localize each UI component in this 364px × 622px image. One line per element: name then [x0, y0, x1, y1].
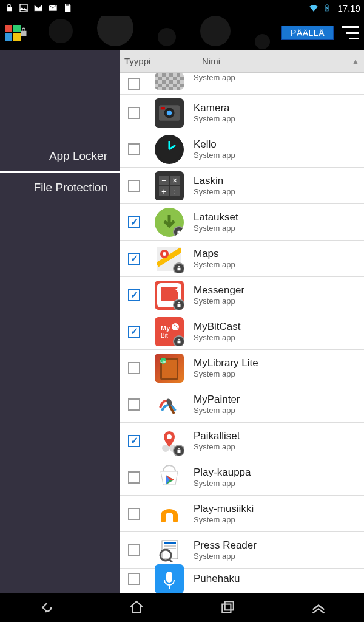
checkbox[interactable]	[128, 362, 140, 374]
wifi-icon	[308, 2, 319, 13]
sort-asc-icon: ▲	[352, 57, 359, 66]
app-logo[interactable]	[5, 21, 29, 45]
app-list[interactable]: System appKameraSystem appKelloSystem ap…	[120, 73, 364, 593]
toggle-on-button[interactable]: PÄÄLLÄ	[281, 26, 334, 40]
menu-icon[interactable]	[342, 26, 359, 39]
app-subtitle: System app	[194, 73, 235, 82]
app-icon: Lite	[155, 354, 184, 383]
app-row[interactable]: −×+÷LaskinSystem app	[120, 168, 364, 204]
checkbox[interactable]	[128, 326, 140, 338]
checkbox[interactable]	[128, 78, 140, 90]
svg-text:+: +	[175, 285, 180, 294]
svg-point-9	[167, 110, 172, 115]
app-icon	[155, 390, 184, 419]
app-icon	[155, 536, 184, 565]
app-subtitle: System app	[194, 224, 238, 233]
app-name-label: MyBitCast	[194, 321, 240, 333]
svg-text:×: ×	[172, 176, 177, 185]
app-row[interactable]: KelloSystem app	[120, 131, 364, 168]
app-subtitle: System app	[194, 515, 254, 524]
mail-icon	[47, 2, 58, 13]
app-icon: +	[155, 281, 184, 310]
lock-badge-icon	[173, 335, 184, 346]
app-icon	[155, 244, 184, 273]
recents-button[interactable]	[215, 595, 240, 620]
lock-badge-icon	[173, 262, 184, 273]
svg-text:My: My	[161, 324, 170, 332]
checkbox[interactable]	[128, 544, 140, 556]
app-name-label: MyLibrary Lite	[194, 357, 258, 369]
svg-rect-2	[66, 4, 66, 6]
svg-rect-45	[164, 545, 176, 547]
status-bar: 17.19	[0, 0, 364, 16]
list-headers: Tyyppi Nimi ▲	[120, 50, 364, 73]
svg-rect-4	[68, 4, 69, 6]
svg-text:+: +	[161, 186, 166, 196]
app-subtitle: System app	[194, 442, 240, 451]
app-row[interactable]: Play-kauppaSystem app	[120, 459, 364, 496]
app-icon	[155, 564, 184, 593]
svg-rect-51	[222, 604, 231, 613]
clock-time: 17.19	[337, 3, 360, 13]
app-row[interactable]: MyBitMyBitCastSystem app	[120, 313, 364, 350]
app-icon: −×+÷	[155, 171, 184, 200]
checkbox[interactable]	[128, 143, 140, 156]
checkbox[interactable]	[128, 573, 140, 585]
app-name-label: Maps	[194, 248, 235, 260]
app-name-label: Play-kauppa	[194, 466, 251, 479]
header-type[interactable]: Tyyppi	[120, 50, 197, 72]
app-icon	[155, 98, 184, 128]
back-button[interactable]	[33, 595, 58, 620]
app-row[interactable]: KameraSystem app	[120, 95, 364, 131]
app-row[interactable]: MyPainterSystem app	[120, 386, 364, 423]
svg-text:−: −	[161, 176, 166, 185]
app-row[interactable]: Puhehaku	[120, 569, 364, 589]
app-subtitle: System app	[194, 369, 258, 378]
app-row[interactable]: LatauksetSystem app	[120, 204, 364, 241]
checkbox[interactable]	[128, 508, 140, 520]
app-name-label: Laskin	[194, 175, 235, 187]
up-button[interactable]	[306, 595, 331, 620]
app-row[interactable]: System app	[120, 73, 364, 95]
app-row[interactable]: +MessengerSystem app	[120, 277, 364, 313]
lock-badge-icon	[173, 226, 184, 237]
header-name-label: Nimi	[202, 56, 220, 66]
svg-rect-50	[166, 572, 172, 583]
checkbox[interactable]	[128, 180, 140, 192]
checkbox[interactable]	[128, 107, 140, 119]
app-icon	[155, 208, 184, 237]
navigation-bar	[0, 593, 364, 622]
app-icon	[155, 499, 184, 528]
app-icon: MyBit	[155, 317, 184, 346]
app-subtitle: System app	[194, 114, 235, 123]
svg-rect-44	[164, 542, 176, 544]
checkbox[interactable]	[128, 253, 140, 265]
checkbox[interactable]	[128, 471, 140, 484]
lock-badge-icon	[173, 299, 184, 310]
header-name[interactable]: Nimi ▲	[197, 50, 364, 72]
svg-text:÷: ÷	[172, 186, 177, 196]
svg-point-24	[163, 252, 166, 256]
svg-rect-42	[173, 515, 178, 522]
checkbox[interactable]	[128, 289, 140, 301]
app-row[interactable]: PaikallisetSystem app	[120, 423, 364, 459]
checkbox[interactable]	[128, 216, 140, 228]
lock-badge-icon	[173, 445, 184, 456]
app-row[interactable]: Press ReaderSystem app	[120, 532, 364, 569]
app-icon	[155, 135, 184, 164]
app-row[interactable]: LiteMyLibrary LiteSystem app	[120, 350, 364, 386]
app-row[interactable]: MapsSystem app	[120, 241, 364, 277]
app-name-label: Messenger	[194, 284, 244, 296]
sidebar-item-app-locker[interactable]: App Locker	[0, 141, 120, 173]
sidebar-item-file-protection[interactable]: File Protection	[0, 173, 120, 203]
checkbox[interactable]	[128, 398, 140, 411]
checkbox[interactable]	[128, 435, 140, 447]
image-icon	[18, 2, 29, 13]
svg-rect-41	[161, 515, 166, 522]
app-name-label: Play-musiikki	[194, 503, 254, 515]
app-name-label: Paikalliset	[194, 430, 240, 442]
content: Tyyppi Nimi ▲ System appKameraSystem app…	[120, 50, 364, 593]
app-subtitle: System app	[194, 406, 240, 415]
home-button[interactable]	[124, 595, 149, 620]
app-row[interactable]: Play-musiikkiSystem app	[120, 496, 364, 532]
